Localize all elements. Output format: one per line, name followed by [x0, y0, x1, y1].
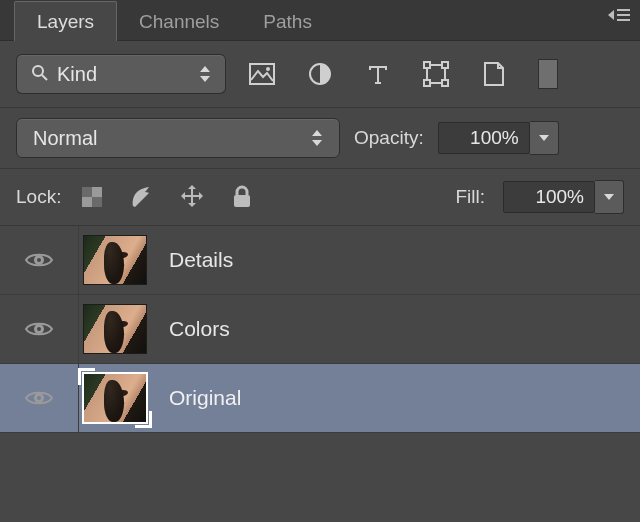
svg-point-22	[37, 396, 41, 400]
layer-thumbnail[interactable]	[83, 373, 147, 423]
fill-dropdown-button[interactable]	[595, 180, 624, 214]
layer-thumbnail[interactable]	[83, 304, 147, 354]
svg-point-20	[37, 327, 41, 331]
opacity-input[interactable]: 100%	[438, 122, 530, 154]
visibility-toggle[interactable]	[0, 226, 79, 294]
updown-icon	[199, 64, 211, 84]
layer-filter-icons	[248, 60, 508, 88]
layer-name[interactable]: Colors	[169, 317, 230, 341]
svg-point-6	[266, 67, 270, 71]
svg-rect-11	[424, 80, 430, 86]
lock-label: Lock:	[16, 186, 61, 208]
filter-kind-label: Kind	[57, 63, 191, 86]
svg-rect-2	[617, 19, 630, 21]
layer-row[interactable]: Original	[0, 364, 640, 433]
svg-rect-10	[442, 62, 448, 68]
lock-row: Lock: Fill: 100%	[0, 169, 640, 226]
panel-tabs: Layers Channels Paths	[0, 0, 640, 41]
opacity-label: Opacity:	[354, 127, 424, 149]
fill-label: Fill:	[455, 186, 485, 208]
svg-rect-9	[424, 62, 430, 68]
filter-shape-icon[interactable]	[422, 60, 450, 88]
panel-menu-button[interactable]	[608, 8, 630, 22]
blend-mode-label: Normal	[33, 127, 303, 150]
blend-mode-select[interactable]: Normal	[16, 118, 340, 158]
layer-row[interactable]: Colors	[0, 295, 640, 364]
tab-paths[interactable]: Paths	[241, 2, 334, 41]
opacity-dropdown-button[interactable]	[530, 121, 559, 155]
filter-toggle-switch[interactable]	[538, 59, 558, 89]
svg-rect-14	[82, 187, 92, 197]
visibility-toggle[interactable]	[0, 364, 79, 432]
tab-channels[interactable]: Channels	[117, 2, 241, 41]
svg-rect-5	[250, 64, 274, 84]
svg-rect-0	[617, 9, 630, 11]
svg-rect-12	[442, 80, 448, 86]
svg-rect-16	[234, 195, 250, 207]
search-icon	[31, 64, 49, 85]
visibility-toggle[interactable]	[0, 295, 79, 363]
lock-image-icon[interactable]	[129, 184, 155, 210]
layer-filter-row: Kind	[0, 41, 640, 108]
filter-adjustment-icon[interactable]	[306, 60, 334, 88]
layers-panel: Layers Channels Paths Kind	[0, 0, 640, 522]
filter-type-icon[interactable]	[364, 60, 392, 88]
lock-all-icon[interactable]	[229, 184, 255, 210]
lock-transparency-icon[interactable]	[79, 184, 105, 210]
svg-line-4	[42, 75, 47, 80]
filter-pixel-icon[interactable]	[248, 60, 276, 88]
svg-rect-15	[92, 197, 102, 207]
lock-icons	[79, 184, 255, 210]
layer-thumbnail[interactable]	[83, 235, 147, 285]
fill-input[interactable]: 100%	[503, 181, 595, 213]
layer-list: Details Colors Original	[0, 226, 640, 433]
filter-smartobject-icon[interactable]	[480, 60, 508, 88]
layer-name[interactable]: Original	[169, 386, 241, 410]
svg-rect-1	[617, 14, 630, 16]
layer-row[interactable]: Details	[0, 226, 640, 295]
lock-position-icon[interactable]	[179, 184, 205, 210]
filter-kind-select[interactable]: Kind	[16, 54, 226, 94]
svg-point-3	[33, 66, 43, 76]
layer-name[interactable]: Details	[169, 248, 233, 272]
blend-row: Normal Opacity: 100%	[0, 108, 640, 169]
updown-icon	[311, 128, 323, 148]
tab-layers[interactable]: Layers	[14, 1, 117, 41]
svg-point-18	[37, 258, 41, 262]
